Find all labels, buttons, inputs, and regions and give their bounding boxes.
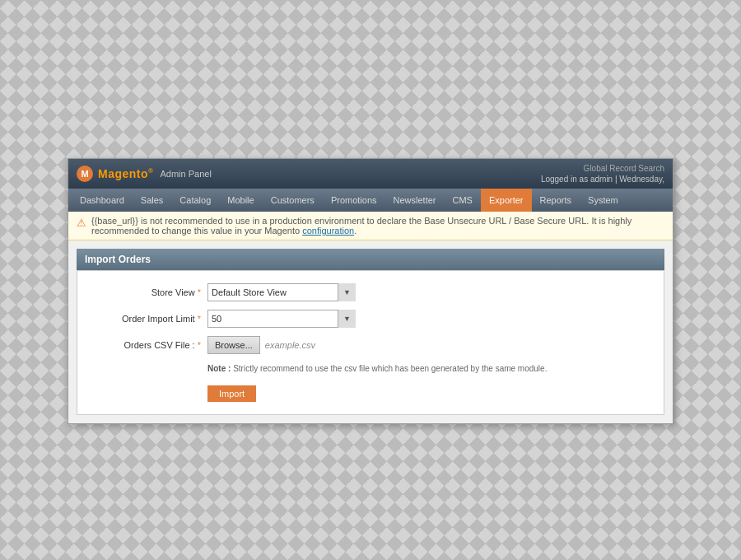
warning-bar: ⚠ {{base_url}} is not recommended to use… xyxy=(68,212,673,240)
form-container: Store View * Default Store ViewAdmin ▼ O… xyxy=(77,270,664,415)
file-input-row: Browse... example.csv xyxy=(207,336,315,354)
order-import-limit-label: Order Import Limit * xyxy=(94,314,201,324)
note-row: Note : Strictly recommend to use the csv… xyxy=(207,362,647,374)
orders-csv-row: Orders CSV File : * Browse... example.cs… xyxy=(94,336,647,354)
store-view-select[interactable]: Default Store ViewAdmin xyxy=(207,283,356,301)
logo-brand: Magento® xyxy=(98,167,153,180)
content-area: Import Orders Store View * Default Store… xyxy=(68,240,673,423)
nav-bar: Dashboard Sales Catalog Mobile Customers… xyxy=(68,189,673,212)
order-import-limit-select[interactable]: 2550100200 xyxy=(207,310,356,328)
configuration-link[interactable]: configuration xyxy=(302,226,354,236)
file-placeholder: example.csv xyxy=(265,340,315,350)
import-button[interactable]: Import xyxy=(207,385,256,402)
header-right: Global Record Search Logged in as admin … xyxy=(541,164,664,184)
warning-icon: ⚠ xyxy=(77,217,86,229)
store-view-row: Store View * Default Store ViewAdmin ▼ xyxy=(94,283,647,301)
order-import-limit-row: Order Import Limit * 2550100200 ▼ xyxy=(94,310,647,328)
nav-cms[interactable]: CMS xyxy=(444,189,480,212)
nav-reports[interactable]: Reports xyxy=(532,189,580,212)
nav-catalog[interactable]: Catalog xyxy=(171,189,219,212)
browse-button[interactable]: Browse... xyxy=(207,336,260,354)
store-view-select-wrapper: Default Store ViewAdmin ▼ xyxy=(207,283,356,301)
logged-in-info: Logged in as admin | Wednesday, xyxy=(541,175,664,184)
store-view-label: Store View * xyxy=(94,287,201,297)
orders-csv-required: * xyxy=(198,340,201,350)
order-import-limit-required: * xyxy=(198,314,201,324)
admin-panel-label: Admin Panel xyxy=(160,169,211,179)
nav-exporter[interactable]: Exporter xyxy=(481,189,532,212)
store-view-control: Default Store ViewAdmin ▼ xyxy=(207,283,356,301)
admin-header: M Magento® Admin Panel Global Record Sea… xyxy=(68,159,673,189)
nav-sales[interactable]: Sales xyxy=(133,189,172,212)
order-import-limit-select-wrapper: 2550100200 ▼ xyxy=(207,310,356,328)
logo-area: M Magento® Admin Panel xyxy=(77,166,212,182)
note-text: Note : Strictly recommend to use the csv… xyxy=(207,364,547,373)
orders-csv-control: Browse... example.csv xyxy=(207,336,315,354)
nav-customers[interactable]: Customers xyxy=(263,189,323,212)
global-search-label: Global Record Search xyxy=(584,164,664,173)
store-view-required: * xyxy=(198,287,201,297)
nav-promotions[interactable]: Promotions xyxy=(323,189,385,212)
nav-newsletter[interactable]: Newsletter xyxy=(385,189,445,212)
orders-csv-label: Orders CSV File : * xyxy=(94,340,201,350)
nav-system[interactable]: System xyxy=(580,189,627,212)
magento-logo-icon: M xyxy=(77,166,93,182)
nav-mobile[interactable]: Mobile xyxy=(219,189,262,212)
order-import-limit-control: 2550100200 ▼ xyxy=(207,310,356,328)
warning-text: {{base_url}} is not recommended to use i… xyxy=(91,216,664,236)
browser-window: M Magento® Admin Panel Global Record Sea… xyxy=(68,158,673,424)
nav-dashboard[interactable]: Dashboard xyxy=(72,189,133,212)
section-header: Import Orders xyxy=(77,249,664,270)
